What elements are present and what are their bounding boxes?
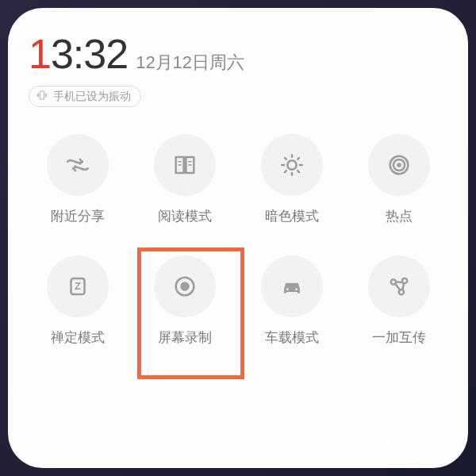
hotspot-icon: [368, 134, 430, 196]
tile-label: 附近分享: [51, 207, 105, 225]
tile-label: 一加互传: [372, 328, 426, 347]
svg-point-2: [397, 163, 401, 167]
vibrate-status-pill[interactable]: 手机已设为振动: [29, 86, 141, 107]
vibrate-status-text: 手机已设为振动: [53, 90, 131, 104]
tile-label: 车载模式: [265, 328, 319, 347]
tile-label: 禅定模式: [51, 328, 105, 347]
dark-mode-icon: [261, 134, 323, 196]
header: 13:32 12月12日周六: [29, 30, 452, 78]
tile-label: 屏幕录制: [158, 328, 212, 347]
nearby-share-icon: [47, 134, 109, 196]
clock: 13:32: [29, 30, 128, 78]
watermark: Handset Cat: [378, 434, 465, 452]
zen-mode-icon: Z: [47, 255, 109, 317]
svg-rect-0: [40, 91, 44, 100]
tile-oneplus-transfer[interactable]: 一加互传: [351, 255, 447, 347]
oneplus-transfer-icon: [368, 255, 430, 317]
quick-settings-panel: 13:32 12月12日周六 手机已设为振动 附近分享 阅读模式: [8, 8, 468, 468]
reading-mode-icon: [154, 134, 216, 196]
screen-record-icon: [154, 255, 216, 317]
clock-lead-digit: 1: [29, 31, 51, 77]
watermark-text: Handset Cat: [399, 436, 465, 450]
svg-point-9: [286, 288, 288, 290]
device-frame: 13:32 12月12日周六 手机已设为振动 附近分享 阅读模式: [0, 0, 476, 476]
car-mode-icon: [261, 255, 323, 317]
cat-icon: [378, 434, 394, 452]
tile-label: 热点: [386, 207, 413, 225]
tile-zen-mode[interactable]: Z 禅定模式: [30, 255, 125, 347]
svg-point-8: [180, 282, 189, 290]
tile-label: 阅读模式: [158, 207, 212, 225]
vibrate-icon: [36, 89, 48, 104]
tile-dark-mode[interactable]: 暗色模式: [244, 134, 340, 225]
tile-label: 暗色模式: [265, 207, 319, 225]
tile-car-mode[interactable]: 车载模式: [244, 255, 340, 347]
tile-screen-record[interactable]: 屏幕录制: [137, 255, 232, 347]
svg-point-1: [287, 160, 296, 169]
tile-hotspot[interactable]: 热点: [351, 134, 447, 225]
clock-rest: 3:32: [51, 31, 128, 77]
date-label: 12月12日周六: [136, 51, 244, 75]
tile-nearby-share[interactable]: 附近分享: [30, 134, 125, 225]
tile-reading-mode[interactable]: 阅读模式: [137, 134, 232, 225]
svg-point-10: [295, 288, 298, 290]
tiles-grid: 附近分享 阅读模式 暗色模式 热点: [24, 134, 452, 347]
svg-text:Z: Z: [75, 280, 81, 292]
